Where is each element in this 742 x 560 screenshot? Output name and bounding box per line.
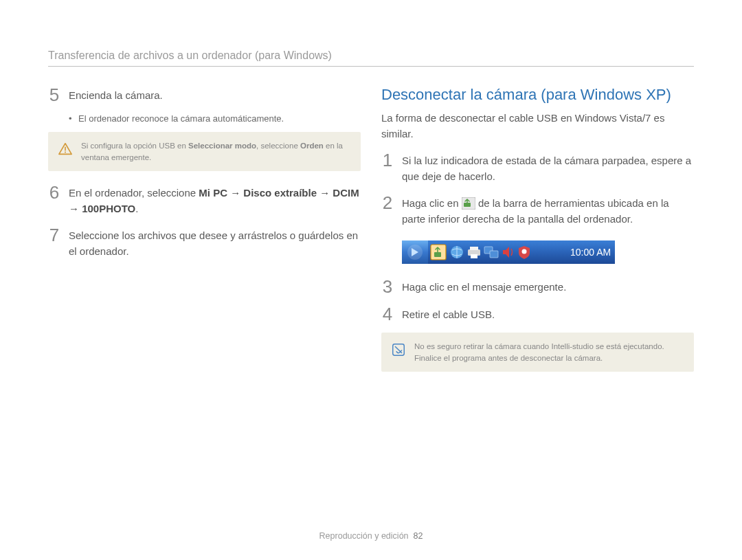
page-footer: Reproducción y edición 82 (0, 531, 742, 541)
step-number: 4 (381, 305, 394, 323)
step-number: 1 (381, 151, 394, 169)
step-7: 7 Seleccione los archivos que desee y ar… (48, 226, 361, 259)
step-number: 5 (48, 86, 60, 104)
warn-bold2: Orden (300, 142, 324, 150)
warn-bold1: Seleccionar modo (188, 142, 256, 150)
step-number: 3 (381, 278, 394, 295)
footer-page-number: 82 (414, 531, 423, 541)
step-number: 2 (381, 194, 394, 212)
svg-point-13 (522, 249, 527, 254)
step-text: En el ordenador, seleccione Mi PC → Disc… (69, 183, 361, 216)
step-text: Encienda la cámara. (69, 86, 361, 104)
info-note-text: No es seguro retirar la cámara cuando In… (414, 342, 664, 362)
step-3: 3 Haga clic en el mensaje emergente. (381, 278, 694, 295)
taskbar-tray-illustration: 10:00 AM (402, 240, 615, 264)
step2-pre: Haga clic en (402, 197, 462, 209)
step-4: 4 Retire el cable USB. (381, 305, 694, 323)
warning-note: Si configura la opción USB en Selecciona… (48, 132, 361, 171)
step-5-bullet: El ordenador reconoce la cámara automáti… (69, 113, 361, 124)
tray-clock: 10:00 AM (570, 247, 611, 258)
step-number: 7 (48, 226, 60, 244)
svg-point-1 (65, 152, 66, 153)
warning-triangle-icon (58, 142, 73, 157)
svg-rect-9 (470, 247, 478, 250)
step-number: 6 (48, 183, 60, 201)
step6-post: . (135, 203, 138, 214)
left-column: 5 Encienda la cámara. El ordenador recon… (48, 86, 361, 384)
footer-section: Reproducción y edición (319, 531, 409, 541)
step-text: Retire el cable USB. (402, 305, 694, 323)
section-title: Desconectar la cámara (para Windows XP) (381, 86, 694, 104)
step-text: Haga clic en el mensaje emergente. (402, 278, 694, 295)
step-6: 6 En el ordenador, seleccione Mi PC → Di… (48, 183, 361, 216)
right-column: Desconectar la cámara (para Windows XP) … (381, 86, 694, 384)
warn-mid: , seleccione (256, 142, 300, 150)
breadcrumb: Transferencia de archivos a un ordenador… (48, 49, 694, 67)
step-5: 5 Encienda la cámara. (48, 86, 361, 104)
warn-text: Si configura la opción USB en Selecciona… (81, 142, 343, 161)
warn-pre: Si configura la opción USB en (81, 142, 188, 150)
svg-rect-10 (471, 254, 477, 258)
content-columns: 5 Encienda la cámara. El ordenador recon… (48, 86, 694, 384)
info-note-icon (391, 342, 406, 357)
step-1: 1 Si la luz indicadora de estada de la c… (381, 151, 694, 184)
section-intro: La forma de desconectar el cable USB en … (381, 111, 694, 142)
step-text: Haga clic en de la barra de herramientas… (402, 194, 694, 227)
info-note: No es seguro retirar la cámara cuando In… (381, 333, 694, 372)
step-text: Si la luz indicadora de estada de la cám… (402, 151, 694, 184)
step-2: 2 Haga clic en de la barra de herramient… (381, 194, 694, 227)
step6-pre: En el ordenador, seleccione (69, 187, 199, 199)
safely-remove-hardware-icon (462, 197, 475, 210)
step-text: Seleccione los archivos que desee y arrá… (69, 226, 361, 259)
svg-rect-12 (490, 251, 498, 258)
